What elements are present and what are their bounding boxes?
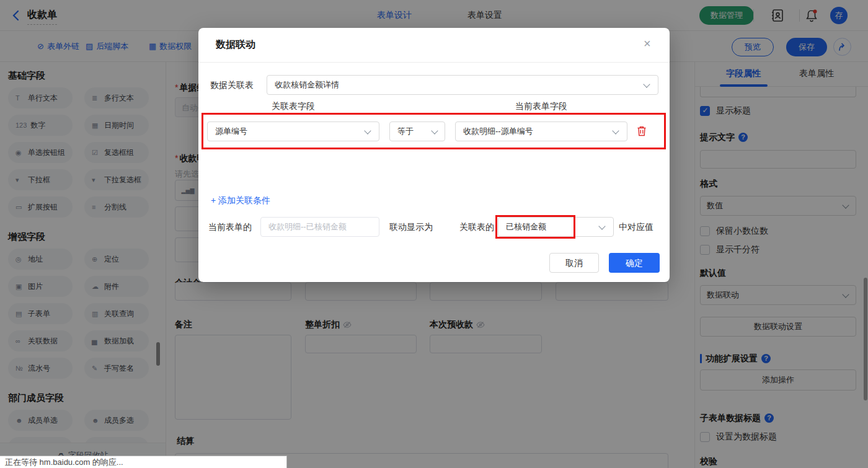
condition-target-select[interactable]: 收款明细--源单编号 — [455, 121, 627, 141]
browser-status-bar: 正在等待 hm.baidu.com 的响应... — [0, 456, 287, 468]
column-header-current-field: 当前表单字段 — [455, 101, 627, 112]
relation-table-label: 数据关联表 — [210, 80, 254, 91]
condition-field-value: 源单编号 — [215, 126, 247, 136]
condition-operator-value: 等于 — [397, 126, 414, 136]
add-condition-link[interactable]: + 添加关联条件 — [211, 195, 270, 206]
current-form-field-input[interactable]: 收款明细--已核销金额 — [260, 217, 379, 237]
confirm-button[interactable]: 确定 — [609, 253, 660, 273]
chevron-down-icon — [612, 127, 619, 134]
relation-table-value: 收款核销金额详情 — [275, 80, 339, 89]
delete-condition-trash-icon[interactable] — [636, 125, 647, 139]
linkage-display-label: 联动显示为 — [389, 222, 433, 233]
cancel-button[interactable]: 取消 — [549, 253, 599, 273]
suffix-label: 中对应值 — [619, 222, 653, 233]
related-table-label: 关联表的 — [459, 222, 494, 233]
plus-icon: + — [211, 195, 216, 205]
related-field-value: 已核销金额 — [506, 222, 546, 231]
modal-header-divider — [198, 62, 670, 63]
close-icon[interactable]: × — [644, 37, 651, 51]
column-header-related-field: 关联表字段 — [207, 101, 379, 112]
current-form-label: 当前表单的 — [208, 222, 252, 233]
condition-field-select[interactable]: 源单编号 — [207, 121, 379, 141]
related-field-select[interactable]: 已核销金额 — [498, 217, 614, 237]
chevron-down-icon — [598, 223, 605, 229]
add-condition-label: 添加关联条件 — [218, 195, 270, 205]
chevron-down-icon — [364, 127, 371, 134]
data-linkage-modal: 数据联动 × 数据关联表 收款核销金额详情 关联表字段 当前表单字段 源单编号 … — [198, 28, 670, 282]
condition-operator-select[interactable]: 等于 — [389, 121, 445, 141]
chevron-down-icon — [431, 127, 438, 134]
modal-title: 数据联动 — [216, 38, 255, 51]
condition-target-value: 收款明细--源单编号 — [463, 126, 533, 136]
chevron-down-icon — [643, 81, 650, 87]
relation-table-select[interactable]: 收款核销金额详情 — [267, 75, 658, 95]
